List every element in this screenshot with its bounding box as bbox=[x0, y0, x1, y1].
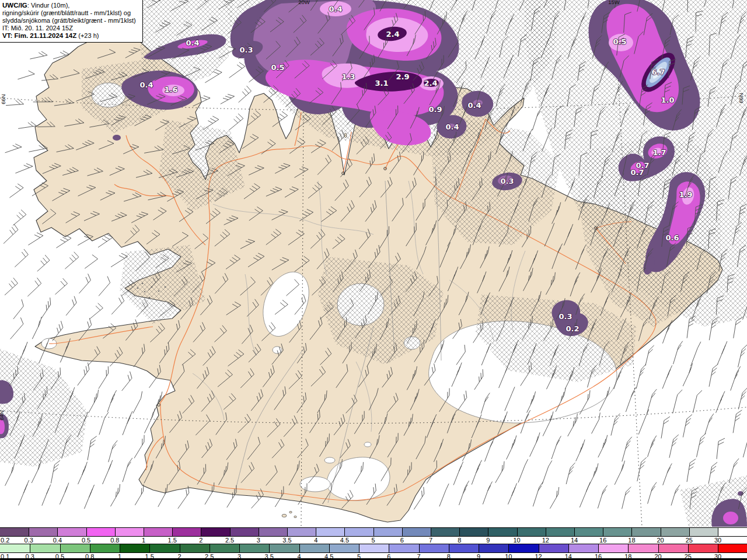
precip-value-label: 1.3 bbox=[341, 72, 355, 81]
info-box: UWC/IG: Vindur (10m), rigning/skúrir (gr… bbox=[0, 0, 143, 43]
precip-value-label: 0.4 bbox=[467, 101, 481, 110]
graticule-label: 15W bbox=[608, 0, 620, 5]
rain-swatch bbox=[459, 528, 488, 536]
rain-swatch bbox=[144, 528, 172, 536]
rain-swatch bbox=[661, 528, 689, 536]
rain-tick-label: 0.4 bbox=[48, 537, 66, 544]
precip-value-label: 1.9 bbox=[679, 190, 692, 199]
precip-value-label: 0.9 bbox=[428, 105, 442, 114]
snow-swatch bbox=[0, 544, 30, 552]
rain-swatch bbox=[546, 528, 574, 536]
precip-value-label: 0.5 bbox=[271, 63, 284, 72]
precip-value-label: 0.4 bbox=[139, 80, 153, 89]
precip-value-label: 1.7 bbox=[652, 148, 666, 157]
precip-value-label: 0.4 bbox=[445, 123, 459, 131]
rain-swatch bbox=[374, 528, 402, 536]
model-name: UWC/IG bbox=[2, 2, 27, 9]
snow-swatch bbox=[479, 544, 508, 552]
rain-swatch bbox=[0, 528, 29, 536]
snow-swatch bbox=[149, 544, 179, 552]
precip-value-label: 2.4 bbox=[424, 79, 437, 88]
rain-mixed-color-bar bbox=[0, 527, 747, 537]
precip-value-label: 2.4 bbox=[386, 30, 399, 38]
snow-swatch bbox=[718, 544, 747, 552]
rain-swatch bbox=[689, 528, 718, 536]
rain-tick-label: 3 bbox=[250, 537, 267, 544]
rain-tick-label: 30 bbox=[709, 537, 727, 544]
rain-swatch bbox=[344, 528, 373, 536]
snow-swatch bbox=[389, 544, 418, 552]
color-scale-legend: 0.20.30.40.50.811.522.533.544.5567891012… bbox=[0, 527, 747, 560]
rain-tick-label: 10 bbox=[508, 537, 526, 544]
snow-swatch bbox=[90, 544, 120, 552]
precip-value-label: 0.2 bbox=[566, 324, 579, 333]
rain-swatch bbox=[259, 528, 287, 536]
rain-tick-label: 18 bbox=[623, 537, 640, 544]
rain-swatch bbox=[115, 528, 144, 536]
precip-value-label: 0.3 bbox=[239, 46, 253, 54]
snow-swatch bbox=[239, 544, 269, 552]
snow-swatch bbox=[598, 544, 628, 552]
snow-swatch bbox=[30, 544, 60, 552]
graticule-label: 66N bbox=[738, 93, 744, 103]
rain-tick-label: 2 bbox=[192, 537, 210, 544]
rain-swatch bbox=[86, 528, 115, 536]
precip-value-label: 0.4 bbox=[186, 38, 199, 47]
snow-swatch bbox=[628, 544, 658, 552]
precip-value-label: 0.7 bbox=[630, 168, 644, 177]
snow-swatch bbox=[508, 544, 538, 552]
precip-value-label: 0.3 bbox=[558, 312, 572, 321]
rain-tick-label: 2.5 bbox=[221, 537, 239, 544]
precip-value-label: 3.1 bbox=[375, 79, 388, 88]
rain-swatch bbox=[230, 528, 259, 536]
rain-tick-label: 7 bbox=[422, 537, 439, 544]
snow-swatch bbox=[449, 544, 479, 552]
rain-tick-label: 3.5 bbox=[278, 537, 296, 544]
snow-swatch bbox=[359, 544, 389, 552]
rain-tick-label: 20 bbox=[652, 537, 669, 544]
rain-tick-label: 14 bbox=[566, 537, 583, 544]
rain-swatch bbox=[631, 528, 660, 536]
rain-tick-label: 5 bbox=[365, 537, 382, 544]
precip-value-label: 1.0 bbox=[661, 96, 674, 104]
precip-value-label: 0.5 bbox=[613, 37, 626, 46]
rain-tick-label: 6 bbox=[393, 537, 411, 544]
eyjafjallajokull bbox=[300, 477, 330, 492]
rain-tick-label: 9 bbox=[479, 537, 497, 544]
rain-swatch bbox=[29, 528, 57, 536]
init-time: IT: Mið. 20. 11. 2024 15Z bbox=[2, 24, 140, 32]
rain-tick-label: 0.3 bbox=[20, 537, 37, 544]
precip-value-label: 6.7 bbox=[651, 68, 665, 76]
rain-tick-label: 1 bbox=[135, 537, 152, 544]
info-line-2: rigning/skúrir (grænt/blátt/rautt - mm/1… bbox=[2, 9, 140, 17]
rain-tick-label: 0.8 bbox=[106, 537, 124, 544]
graticule-label: 20W bbox=[298, 0, 310, 5]
snow-swatch bbox=[269, 544, 299, 552]
rain-swatch bbox=[57, 528, 86, 536]
info-line-1: UWC/IG: Vindur (10m), bbox=[2, 2, 140, 9]
weather-map: 0.42.40.40.30.51.33.12.92.40.90.40.40.41… bbox=[0, 0, 747, 527]
valid-time-line: VT: Fim. 21.11.2024 14Z (+23 h) bbox=[2, 32, 140, 40]
rain-swatch bbox=[431, 528, 459, 536]
precip-value-label: 1.6 bbox=[164, 85, 177, 94]
rain-tick-label: 16 bbox=[594, 537, 612, 544]
precip-value-label: 0.3 bbox=[500, 177, 514, 186]
rain-swatch bbox=[488, 528, 516, 536]
rain-tick-label: 25 bbox=[680, 537, 698, 544]
rain-tick-label: 4 bbox=[307, 537, 324, 544]
snow-swatch bbox=[539, 544, 568, 552]
snow-swatch bbox=[658, 544, 688, 552]
rain-tick-label: 1.5 bbox=[163, 537, 181, 544]
snow-swatch bbox=[299, 544, 329, 552]
rain-swatch bbox=[316, 528, 344, 536]
graticule-label: 64N bbox=[0, 410, 5, 421]
valid-time: VT: Fim. 21.11.2024 14Z bbox=[2, 32, 76, 39]
snow-swatch bbox=[60, 544, 90, 552]
rain-swatch bbox=[603, 528, 631, 536]
rain-tick-label: 8 bbox=[451, 537, 468, 544]
rain-tick-label: 0.2 bbox=[1, 537, 18, 544]
rain-swatch bbox=[402, 528, 431, 536]
rain-bar-labels: 0.20.30.40.50.811.522.533.544.5567891012… bbox=[0, 537, 747, 543]
snow-swatch bbox=[120, 544, 149, 552]
rain-swatch bbox=[287, 528, 316, 536]
